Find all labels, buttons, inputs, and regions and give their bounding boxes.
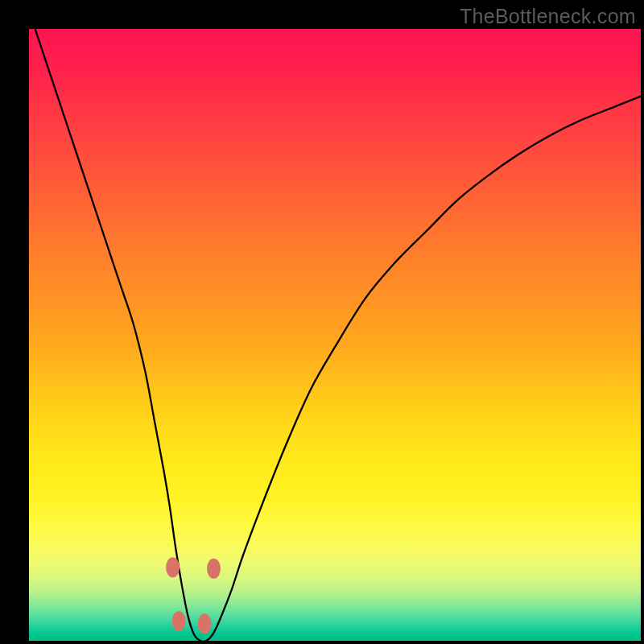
- bottleneck-curve: [35, 29, 641, 641]
- chart-plot-area: [29, 29, 641, 641]
- marker-dot: [198, 613, 212, 634]
- chart-svg: [29, 29, 641, 641]
- marker-dot: [172, 611, 186, 631]
- marker-dot: [166, 557, 180, 577]
- marker-dot: [207, 559, 221, 579]
- watermark-text: TheBottleneck.com: [460, 5, 636, 28]
- marker-group: [166, 557, 221, 634]
- chart-frame: TheBottleneck.com: [0, 0, 644, 644]
